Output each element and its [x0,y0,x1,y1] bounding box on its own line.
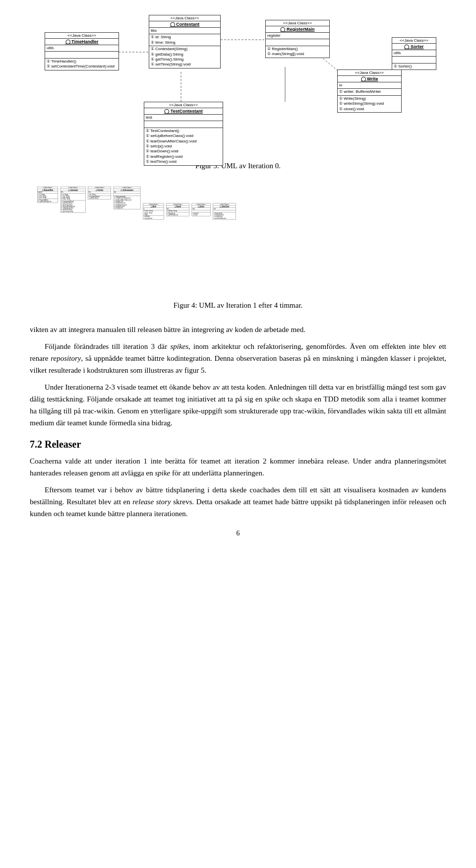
italic-spike: spike [265,395,280,403]
timehandler-methods: ① TimeHandler() ① setContestantTime(Cont… [45,59,119,70]
page-number: 6 [30,530,446,537]
uml-box-sorter: <<Java Class>> ◯ Sorter utils ① Sorter() [392,37,436,70]
contestant-stereotype: <<Java Class>> [149,15,220,21]
para-releases-1: Coacherna valde att under iteration 1 in… [30,455,446,479]
para-intro-text: vikten av att integrera manualen till re… [30,326,305,334]
sorter-title: ◯ Sorter [392,44,436,50]
para-releases-2: Eftersom teamet var i behov av bättre ti… [30,484,446,520]
registermain-fields [266,39,329,46]
contestant-fields: ① id: String ① time: String [149,34,220,46]
small-write: <<Java Class>> ◯ Write io ① writer: Stri… [143,203,164,220]
write-stereotype: <<Java Class>> [338,70,401,76]
sorter-fields [392,57,436,63]
section-heading-text: 7.2 Releaser [30,439,81,450]
contestant-pkg: libs [149,28,220,34]
uml-box-timehandler: <<Java Class>> ◯ TimeHandler utils ① Tim… [45,32,119,70]
uml-diagram-2-inner: <<Java Class>> ◯ RegisterMain register ①… [37,187,433,219]
uml-box-registermain: <<Java Class>> ◯ RegisterMain register ①… [265,20,330,58]
contestant-title: ◯ Contestant [149,21,220,28]
figure-3: <<Java Class>> ◯ TimeHandler utils ① Tim… [30,10,446,179]
section-heading-releases: 7.2 Releaser [30,439,446,450]
uml-box-contestant: <<Java Class>> ◯ Contestant libs ① id: S… [149,15,221,68]
small-registermain: <<Java Class>> ◯ RegisterMain register ①… [37,187,58,203]
small-sortertest: <<Java Class>> ◯ SorterTest test ① Sorte… [213,203,236,220]
italic-repository: repository [51,354,81,362]
small-result: <<Java Class>> ◯ Result libs ① follows: … [166,203,189,216]
uml-box-write: <<Java Class>> ◯ Write io ① writer: Buff… [337,69,402,113]
figure-4: <<Java Class>> ◯ RegisterMain register ①… [30,184,446,319]
uml-diagram-2-canvas: <<Java Class>> ◯ RegisterMain register ①… [35,184,441,298]
sorter-pkg: utils [392,50,436,57]
timehandler-title: ◯ TimeHandler [45,39,119,45]
registermain-methods: ① RegisterMain() ① main(String[]):void [266,46,329,58]
para-iterations: Under Iterationerna 2-3 visade teamet et… [30,381,446,429]
sorter-methods: ① Sorter() [392,64,436,69]
uml-diagram-2: <<Java Class>> ◯ RegisterMain register ①… [30,184,446,298]
write-fields: ① writer: BufferedWriter [338,89,401,95]
testcontestant-pkg: test [144,115,223,121]
body-content: vikten av att integrera manualen till re… [30,324,446,429]
para-spikes: Följande förändrades till iteration 3 dä… [30,340,446,376]
small-contestant: <<Java Class>> ◯ Contestant libs ① id: S… [60,187,85,212]
testcontestant-methods: ① TestContestant() ① setUpBeforeClass():… [144,128,223,165]
timehandler-pkg: utils [45,45,119,52]
para-intro: vikten av att integrera manualen till re… [30,324,446,335]
testcontestant-title: ◯ TestContestant [144,108,223,115]
sorter-stereotype: <<Java Class>> [392,38,436,44]
write-methods: ① Write(String) ① writeString(String):vo… [338,96,401,112]
uml-box-testcontestant: <<Java Class>> ◯ TestContestant test ① T… [144,102,223,166]
italic-spikes: spikes [170,342,188,350]
testcontestant-stereotype: <<Java Class>> [144,102,223,108]
write-title: ◯ Write [338,76,401,82]
write-pkg: io [338,82,401,89]
registermain-stereotype: <<Java Class>> [266,20,329,26]
uml-diagram-1-canvas: <<Java Class>> ◯ TimeHandler utils ① Tim… [35,10,441,159]
uml-diagram-1: <<Java Class>> ◯ TimeHandler utils ① Tim… [30,10,446,159]
registermain-pkg: register [266,33,329,39]
timehandler-stereotype: <<Java Class>> [45,33,119,39]
body-content-releases: Coacherna valde att under iteration 1 in… [30,455,446,520]
contestant-methods: ① Contestant(String) ① getData():String … [149,46,220,68]
italic-spike-2: spike [155,469,170,477]
testcontestant-fields [144,121,223,128]
registermain-title: ◯ RegisterMain [266,26,329,33]
timehandler-fields [45,52,119,58]
small-sorter: <<Java Class>> ◯ Sorter utils ① Sorter()… [192,203,211,216]
small-finisher: <<Java Class>> ◯ Finisher libs ① id: Str… [88,187,111,200]
italic-release-story: release story [132,498,171,506]
small-testcontestant-2: <<Java Class>> ◯ TestContestant test ① T… [114,187,141,209]
fig4-caption: Figur 4: UML av Iteration 1 efter 4 timm… [174,301,303,310]
